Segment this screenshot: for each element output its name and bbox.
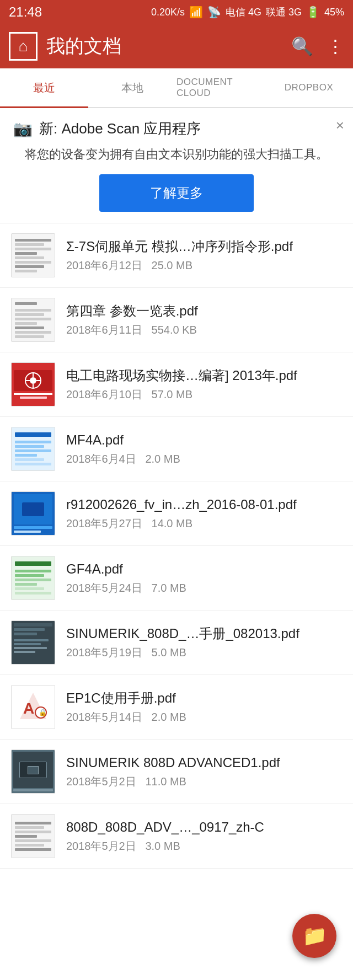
svg-text:A: A — [23, 700, 34, 717]
file-info: Σ-7S伺服单元 模拟…冲序列指令形.pdf 2018年6月12日 25.0 M… — [66, 238, 342, 273]
list-item[interactable]: 808D_808D_ADV_…_0917_zh-C 2018年5月2日 3.0 … — [0, 804, 353, 869]
file-thumbnail — [11, 620, 55, 665]
file-thumbnail — [11, 298, 55, 342]
app-bar-actions: 🔍 ⋮ — [291, 36, 344, 57]
promo-close-button[interactable]: × — [336, 117, 344, 134]
promo-title-text: 新: Adobe Scan 应用程序 — [39, 119, 201, 138]
search-icon[interactable]: 🔍 — [291, 36, 313, 57]
promo-banner: × 📷 新: Adobe Scan 应用程序 将您的设备变为拥有自由文本识别功能… — [0, 108, 353, 223]
list-item[interactable]: SINUMERIK 808D ADVANCED1.pdf 2018年5月2日 1… — [0, 740, 353, 804]
fab-button[interactable]: 📁 — [292, 914, 336, 958]
tab-dropbox[interactable]: DROPBOX — [265, 68, 353, 107]
promo-title: 📷 新: Adobe Scan 应用程序 — [13, 119, 340, 138]
file-meta: 2018年5月14日 2.0 MB — [66, 710, 342, 725]
file-meta: 2018年6月12日 25.0 MB — [66, 258, 342, 273]
file-meta: 2018年5月2日 3.0 MB — [66, 839, 342, 854]
svg-point-1 — [30, 377, 36, 384]
battery-level: 45% — [324, 7, 344, 18]
file-name: SINUMERIK_808D_…手册_082013.pdf — [66, 625, 342, 642]
file-name: EP1C使用手册.pdf — [66, 689, 342, 706]
time-display: 21:48 — [9, 4, 42, 20]
list-item[interactable]: MF4A.pdf 2018年6月4日 2.0 MB — [0, 417, 353, 481]
app-title: 我的文档 — [46, 34, 282, 59]
file-meta: 2018年6月10日 57.0 MB — [66, 387, 342, 402]
file-thumbnail — [11, 556, 55, 600]
file-list: Σ-7S伺服单元 模拟…冲序列指令形.pdf 2018年6月12日 25.0 M… — [0, 223, 353, 869]
carrier2: 联通 3G — [266, 6, 302, 19]
list-item[interactable]: SINUMERIK_808D_…手册_082013.pdf 2018年5月19日… — [0, 611, 353, 675]
file-name: r912002626_fv_in…zh_2016-08-01.pdf — [66, 496, 342, 513]
wifi-icon: 📡 — [207, 6, 221, 19]
file-info: SINUMERIK 808D ADVANCED1.pdf 2018年5月2日 1… — [66, 754, 342, 789]
carrier1: 电信 4G — [226, 6, 261, 19]
file-thumbnail — [11, 427, 55, 471]
list-item[interactable]: GF4A.pdf 2018年5月24日 7.0 MB — [0, 546, 353, 611]
list-item[interactable]: A 🔒 EP1C使用手册.pdf 2018年5月14日 2.0 MB — [0, 675, 353, 740]
file-meta: 2018年6月11日 554.0 KB — [66, 323, 342, 338]
file-info: 第四章 参数一览表.pdf 2018年6月11日 554.0 KB — [66, 302, 342, 338]
tabs-bar: 最近 本地 DOCUMENT CLOUD DROPBOX — [0, 68, 353, 108]
svg-text:🔒: 🔒 — [39, 708, 47, 716]
file-name: 第四章 参数一览表.pdf — [66, 302, 342, 319]
promo-description: 将您的设备变为拥有自由文本识别功能的强大扫描工具。 — [13, 145, 340, 163]
file-name: 808D_808D_ADV_…_0917_zh-C — [66, 818, 342, 836]
file-info: EP1C使用手册.pdf 2018年5月14日 2.0 MB — [66, 689, 342, 725]
file-meta: 2018年5月27日 14.0 MB — [66, 516, 342, 531]
list-item[interactable]: 第四章 参数一览表.pdf 2018年6月11日 554.0 KB — [0, 288, 353, 352]
file-info: 808D_808D_ADV_…_0917_zh-C 2018年5月2日 3.0 … — [66, 818, 342, 854]
more-icon[interactable]: ⋮ — [327, 36, 344, 57]
signal-icon: 📶 — [189, 6, 203, 19]
tab-recent[interactable]: 最近 — [0, 68, 88, 107]
file-meta: 2018年6月4日 2.0 MB — [66, 452, 342, 467]
promo-learn-more-button[interactable]: 了解更多 — [99, 174, 254, 212]
file-name: MF4A.pdf — [66, 431, 342, 448]
status-bar: 21:48 0.20K/s 📶 📡 电信 4G 联通 3G 🔋 45% — [0, 0, 353, 24]
tab-doccloud[interactable]: DOCUMENT CLOUD — [176, 68, 265, 107]
file-info: SINUMERIK_808D_…手册_082013.pdf 2018年5月19日… — [66, 625, 342, 660]
file-name: GF4A.pdf — [66, 560, 342, 577]
file-thumbnail: A 🔒 — [11, 685, 55, 729]
file-info: r912002626_fv_in…zh_2016-08-01.pdf 2018年… — [66, 496, 342, 531]
tab-local[interactable]: 本地 — [88, 68, 176, 107]
file-info: MF4A.pdf 2018年6月4日 2.0 MB — [66, 431, 342, 467]
file-meta: 2018年5月2日 11.0 MB — [66, 774, 342, 789]
folder-icon: 📁 — [302, 924, 327, 947]
file-info: 电工电路现场实物接…编著] 2013年.pdf 2018年6月10日 57.0 … — [66, 367, 342, 402]
file-thumbnail — [11, 233, 55, 277]
file-name: Σ-7S伺服单元 模拟…冲序列指令形.pdf — [66, 238, 342, 255]
file-name: 电工电路现场实物接…编著] 2013年.pdf — [66, 367, 342, 384]
home-button[interactable]: ⌂ — [9, 32, 38, 61]
file-thumbnail — [11, 814, 55, 858]
network-speed: 0.20K/s — [151, 7, 185, 18]
status-time: 21:48 — [9, 4, 42, 20]
battery-icon: 🔋 — [306, 6, 320, 19]
file-name: SINUMERIK 808D ADVANCED1.pdf — [66, 754, 342, 771]
file-meta: 2018年5月19日 5.0 MB — [66, 645, 342, 660]
file-thumbnail — [11, 362, 55, 406]
file-info: GF4A.pdf 2018年5月24日 7.0 MB — [66, 560, 342, 596]
list-item[interactable]: Σ-7S伺服单元 模拟…冲序列指令形.pdf 2018年6月12日 25.0 M… — [0, 223, 353, 288]
camera-icon: 📷 — [13, 120, 33, 138]
file-thumbnail — [11, 491, 55, 535]
list-item[interactable]: 电工电路现场实物接…编著] 2013年.pdf 2018年6月10日 57.0 … — [0, 352, 353, 417]
list-item[interactable]: r912002626_fv_in…zh_2016-08-01.pdf 2018年… — [0, 481, 353, 546]
status-icons: 0.20K/s 📶 📡 电信 4G 联通 3G 🔋 45% — [151, 6, 344, 19]
app-bar: ⌂ 我的文档 🔍 ⋮ — [0, 24, 353, 68]
home-icon: ⌂ — [19, 38, 28, 55]
file-meta: 2018年5月24日 7.0 MB — [66, 581, 342, 596]
file-thumbnail — [11, 749, 55, 794]
